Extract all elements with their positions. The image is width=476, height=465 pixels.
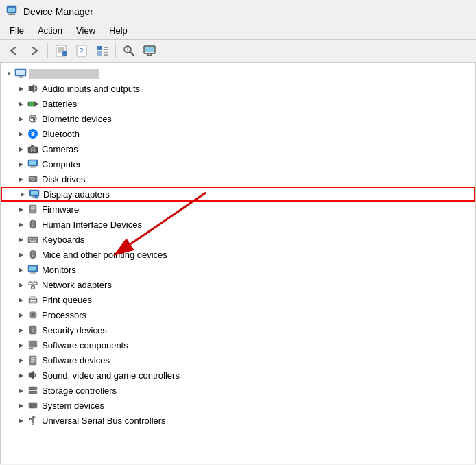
- svg-rect-65: [30, 241, 36, 243]
- svg-rect-82: [30, 296, 36, 299]
- svg-point-71: [32, 255, 34, 257]
- expand-arrow-storage[interactable]: [16, 385, 27, 396]
- keyboards-item[interactable]: Keyboards: [1, 232, 475, 247]
- expand-arrow-security[interactable]: [16, 324, 27, 335]
- menu-action[interactable]: Action: [31, 23, 69, 38]
- expand-arrow-root[interactable]: [3, 68, 14, 79]
- expand-arrow-batteries[interactable]: [16, 98, 27, 109]
- svg-rect-61: [34, 238, 35, 239]
- svg-rect-2: [10, 13, 14, 14]
- expand-arrow-disk[interactable]: [16, 174, 27, 184]
- security-label: Security devices: [42, 325, 107, 335]
- svg-rect-25: [16, 70, 25, 75]
- storage-item[interactable]: Storage controllers: [1, 383, 475, 398]
- expand-arrow-cameras[interactable]: [16, 143, 27, 154]
- svg-rect-31: [29, 102, 34, 106]
- expand-arrow-display[interactable]: [17, 189, 28, 200]
- monitors-label: Monitors: [42, 265, 76, 275]
- expand-arrow-print[interactable]: [16, 294, 27, 305]
- storage-icon: [27, 384, 39, 396]
- expand-arrow-keyboards[interactable]: [16, 234, 27, 245]
- svg-rect-108: [31, 359, 35, 361]
- system-item[interactable]: System devices: [1, 398, 475, 413]
- svg-rect-53: [31, 211, 34, 212]
- biometric-item[interactable]: Biometric devices: [1, 111, 475, 126]
- forward-button[interactable]: [25, 42, 44, 60]
- computer-item[interactable]: Computer: [1, 156, 475, 171]
- svg-point-102: [32, 330, 34, 331]
- expand-arrow-audio[interactable]: [16, 83, 27, 94]
- expand-arrow-monitors[interactable]: [16, 264, 27, 275]
- svg-point-114: [35, 392, 36, 393]
- security-item[interactable]: Security devices: [1, 322, 475, 337]
- batteries-item[interactable]: Batteries: [1, 96, 475, 111]
- biometric-label: Biometric devices: [42, 114, 112, 124]
- help-button[interactable]: ?: [72, 42, 91, 60]
- back-button[interactable]: [4, 42, 23, 60]
- bluetooth-icon: [27, 128, 39, 140]
- bluetooth-item[interactable]: Bluetooth: [1, 126, 475, 141]
- hid-item[interactable]: Human Interface Devices: [1, 217, 475, 232]
- expand-arrow-firmware[interactable]: [16, 204, 27, 215]
- audio-icon: [27, 82, 39, 95]
- hid-icon: [27, 218, 39, 230]
- sound-item[interactable]: Sound, video and game controllers: [1, 368, 475, 383]
- expand-arrow-software-comp[interactable]: [16, 339, 27, 350]
- expand-arrow-software-dev[interactable]: [16, 355, 27, 366]
- tree-view[interactable]: DESKTOP Audio inputs and outputs: [0, 62, 476, 464]
- network-icon: [27, 278, 39, 291]
- display-item[interactable]: Display adapters: [1, 187, 475, 202]
- svg-rect-78: [32, 286, 35, 289]
- cameras-item[interactable]: Cameras: [1, 141, 475, 156]
- expand-arrow-biometric[interactable]: [16, 113, 27, 124]
- computer-icon: [14, 67, 27, 80]
- disk-item[interactable]: Disk drives: [1, 171, 475, 187]
- menu-view[interactable]: View: [69, 23, 102, 38]
- processors-item[interactable]: Processors: [1, 307, 475, 322]
- software-dev-label: Software devices: [42, 355, 110, 366]
- software-dev-item[interactable]: Software devices: [1, 353, 475, 368]
- expand-arrow-network[interactable]: [16, 279, 27, 290]
- svg-rect-104: [29, 344, 37, 347]
- title-bar: Device Manager: [0, 0, 476, 22]
- svg-rect-12: [97, 46, 102, 50]
- svg-rect-59: [29, 238, 31, 239]
- audio-item[interactable]: Audio inputs and outputs: [1, 81, 475, 96]
- audio-label: Audio inputs and outputs: [42, 84, 140, 94]
- mice-item[interactable]: Mice and other pointing devices: [1, 247, 475, 262]
- firmware-label: Firmware: [42, 204, 79, 215]
- svg-rect-38: [29, 161, 36, 165]
- expand-arrow-sound[interactable]: [16, 370, 27, 381]
- expand-arrow-system[interactable]: [16, 400, 27, 411]
- expand-arrow-processors[interactable]: [16, 309, 27, 320]
- print-item[interactable]: Print queues: [1, 292, 475, 307]
- firmware-item[interactable]: Firmware: [1, 202, 475, 217]
- software-comp-icon: [27, 339, 39, 351]
- menu-file[interactable]: File: [3, 23, 31, 38]
- expand-arrow-usb[interactable]: [16, 415, 27, 426]
- svg-rect-13: [97, 51, 102, 56]
- properties-button[interactable]: i: [51, 42, 71, 60]
- expand-arrow-hid[interactable]: [16, 219, 27, 230]
- svg-rect-1: [8, 8, 15, 12]
- network-item[interactable]: Network adapters: [1, 277, 475, 292]
- svg-rect-84: [30, 302, 36, 303]
- expand-arrow-mice[interactable]: [16, 249, 27, 260]
- usb-item[interactable]: Universal Serial Bus controllers: [1, 413, 475, 428]
- root-item[interactable]: DESKTOP: [1, 66, 475, 81]
- system-icon: [27, 399, 39, 412]
- disk-label: Disk drives: [42, 174, 86, 184]
- monitors-item[interactable]: Monitors: [1, 262, 475, 277]
- software-comp-item[interactable]: Software components: [1, 337, 475, 353]
- svg-rect-44: [29, 177, 32, 178]
- expand-arrow-computer[interactable]: [16, 158, 27, 169]
- display-label: Display adapters: [43, 189, 110, 200]
- svg-rect-67: [36, 240, 37, 241]
- menu-help[interactable]: Help: [102, 23, 134, 38]
- expand-arrow-bluetooth[interactable]: [16, 128, 27, 139]
- sound-icon: [27, 369, 39, 381]
- monitor-button[interactable]: [140, 42, 159, 60]
- scan-button[interactable]: [119, 42, 139, 60]
- view-button[interactable]: [93, 42, 112, 60]
- svg-rect-77: [34, 282, 37, 285]
